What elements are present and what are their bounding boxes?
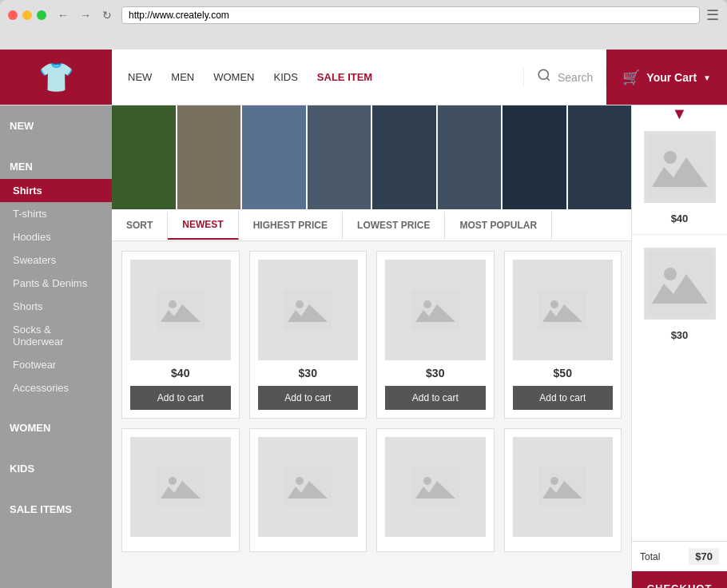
nav-sale[interactable]: SALE ITEM — [317, 71, 372, 83]
sort-popular[interactable]: MOST POPULAR — [445, 212, 552, 239]
cart-total-label: Total — [640, 551, 660, 562]
product-price-4: $50 — [554, 367, 572, 379]
product-card-6 — [249, 428, 367, 553]
browser-tabs — [8, 29, 719, 50]
cart-item-img-2 — [644, 248, 716, 320]
cart-icon: 🛒 — [622, 69, 640, 86]
svg-point-21 — [664, 268, 677, 280]
sidebar-item-footwear[interactable]: Footwear — [0, 353, 112, 376]
svg-rect-20 — [648, 252, 712, 316]
add-to-cart-btn-3[interactable]: Add to cart — [385, 386, 486, 410]
search-label[interactable]: Search — [558, 71, 593, 84]
forward-button[interactable]: → — [77, 7, 94, 23]
main-content: NEW MEN Shirts T-shirts Hoodies Sweaters… — [0, 105, 727, 588]
sidebar-section-men: MEN Shirts T-shirts Hoodies Sweaters Pan… — [0, 146, 112, 407]
svg-point-3 — [169, 300, 177, 308]
nav-new[interactable]: NEW — [128, 71, 152, 83]
browser-chrome: ← → ↻ ☰ — [0, 0, 727, 50]
back-button[interactable]: ← — [54, 7, 72, 23]
product-card-1: $40 Add to cart — [121, 251, 240, 419]
sort-highest[interactable]: HIGHEST PRICE — [239, 212, 343, 239]
add-to-cart-btn-1[interactable]: Add to cart — [130, 386, 231, 410]
sort-newest[interactable]: NEWEST — [168, 211, 238, 240]
svg-line-1 — [546, 77, 549, 80]
product-img-2 — [258, 260, 359, 360]
product-img-5 — [130, 437, 231, 538]
product-price-1: $40 — [171, 367, 189, 379]
sidebar-item-pants[interactable]: Pants & Denims — [0, 272, 112, 295]
cart-arrow: ▼ — [632, 105, 727, 121]
product-img-7 — [385, 437, 486, 538]
product-card-3: $30 Add to cart — [376, 251, 495, 419]
product-card-2: $30 Add to cart — [249, 251, 367, 419]
cart-area[interactable]: 🛒 Your Cart ▼ — [606, 50, 727, 105]
cart-label: Your Cart — [646, 71, 697, 84]
cart-total-area: Total $70 — [632, 541, 727, 571]
sidebar-item-socks[interactable]: Socks & Underwear — [0, 318, 112, 353]
sidebar-item-accessories[interactable]: Accessories — [0, 376, 112, 399]
dot-red[interactable] — [8, 10, 18, 20]
sidebar-category-new[interactable]: NEW — [0, 113, 112, 138]
svg-point-11 — [169, 477, 177, 485]
add-to-cart-btn-4[interactable]: Add to cart — [513, 386, 614, 410]
sidebar-item-hoodies[interactable]: Hoodies — [0, 225, 112, 248]
nav-men[interactable]: MEN — [171, 71, 194, 83]
product-card-4: $50 Add to cart — [504, 251, 622, 419]
browser-nav: ← → ↻ — [54, 7, 115, 23]
checkout-button[interactable]: CHECKUOT — [632, 571, 727, 588]
cart-item-price-2: $30 — [632, 329, 727, 341]
cart-divider — [632, 234, 727, 235]
nav-kids[interactable]: KIDS — [274, 71, 298, 83]
browser-dots — [8, 10, 46, 20]
hero-img-4 — [308, 105, 371, 209]
sidebar-category-women[interactable]: WOMEN — [0, 415, 112, 440]
sidebar-item-shirts[interactable]: Shirts — [0, 179, 112, 202]
add-to-cart-btn-2[interactable]: Add to cart — [258, 386, 359, 410]
search-area: Search — [523, 68, 606, 86]
sidebar-item-sweaters[interactable]: Sweaters — [0, 248, 112, 272]
svg-point-0 — [538, 70, 548, 79]
product-img-1 — [130, 260, 231, 360]
sidebar-item-shorts[interactable]: Shorts — [0, 295, 112, 318]
dot-green[interactable] — [37, 10, 46, 20]
logo-area: 👕 — [0, 50, 112, 105]
sort-lowest[interactable]: LOWEST PRICE — [343, 212, 445, 239]
refresh-button[interactable]: ↻ — [99, 7, 115, 23]
address-bar[interactable] — [121, 6, 700, 24]
sidebar-section-new: NEW — [0, 105, 112, 146]
hero-img-7 — [503, 105, 566, 209]
cart-item-img-1 — [644, 131, 716, 203]
search-icon — [537, 68, 551, 86]
cart-item-price-1: $40 — [632, 213, 727, 224]
nav-women[interactable]: WOMEN — [213, 71, 254, 83]
svg-point-19 — [664, 151, 677, 164]
cart-dropdown-arrow: ▼ — [703, 74, 711, 82]
hero-img-2 — [177, 105, 241, 209]
sidebar-section-kids: KIDS — [0, 448, 112, 489]
product-price-3: $30 — [426, 367, 444, 379]
top-nav: 👕 NEW MEN WOMEN KIDS SALE ITEM Search 🛒 … — [0, 50, 727, 105]
svg-point-7 — [423, 300, 431, 308]
product-card-7 — [376, 428, 495, 553]
product-img-6 — [258, 437, 359, 538]
cart-total-value: $70 — [689, 548, 719, 565]
sidebar-category-kids[interactable]: KIDS — [0, 456, 112, 481]
sidebar-item-tshirts[interactable]: T-shirts — [0, 202, 112, 225]
sort-bar: SORT NEWEST HIGHEST PRICE LOWEST PRICE M… — [112, 209, 631, 241]
content-area: SORT NEWEST HIGHEST PRICE LOWEST PRICE M… — [112, 105, 631, 588]
product-img-3 — [385, 260, 486, 360]
dot-yellow[interactable] — [22, 10, 32, 20]
product-card-8 — [504, 428, 622, 553]
hero-img-6 — [438, 105, 502, 209]
logo-icon: 👕 — [38, 61, 74, 94]
hero-img-5 — [372, 105, 436, 209]
svg-point-15 — [423, 477, 431, 485]
sort-label: SORT — [112, 212, 168, 239]
sidebar-category-sale[interactable]: SALE ITEMS — [0, 497, 112, 522]
product-price-2: $30 — [299, 367, 317, 379]
browser-menu-icon[interactable]: ☰ — [706, 6, 719, 24]
cart-panel: ▼ $40 $30 Total $70 CHECKUOT — [631, 105, 727, 588]
hero-banner — [112, 105, 631, 209]
products-grid: $40 Add to cart $30 Add to cart $3 — [112, 241, 631, 562]
sidebar-category-men[interactable]: MEN — [0, 154, 112, 179]
